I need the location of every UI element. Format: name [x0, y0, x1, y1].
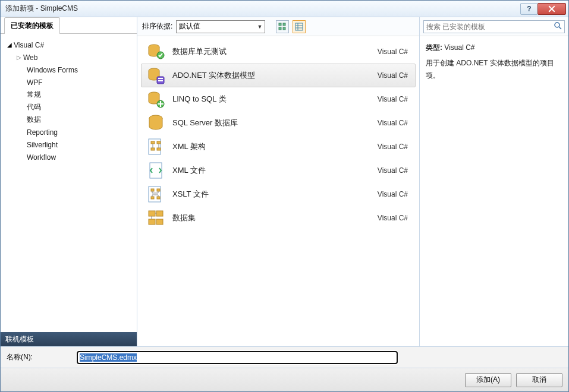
svg-rect-20 [151, 148, 155, 150]
sidebar-tab-header: 已安装的模板 [1, 17, 137, 34]
info-type-label: 类型: [426, 43, 442, 52]
details-icon [295, 23, 303, 31]
svg-rect-27 [157, 189, 160, 191]
template-list-pane: 排序依据: 默认值 ▼ [137, 17, 420, 346]
svg-rect-30 [149, 211, 155, 216]
name-input[interactable] [77, 351, 398, 364]
list-item-lang: Visual C# [378, 71, 410, 80]
name-label: 名称(N): [7, 352, 72, 362]
tree-root-visual-csharp[interactable]: ◢ Visual C# [3, 39, 134, 51]
tree-item-web[interactable]: ▷ Web [3, 51, 134, 64]
svg-rect-0 [279, 23, 281, 26]
close-button[interactable] [537, 3, 566, 15]
list-item-label: 数据库单元测试 [172, 46, 378, 57]
svg-rect-2 [283, 23, 285, 26]
tree-item-silverlight[interactable]: Silverlight [3, 138, 134, 151]
tree-item-data[interactable]: 数据 [3, 113, 134, 126]
svg-point-36 [555, 23, 559, 27]
svg-rect-1 [279, 27, 281, 30]
info-pane: 类型: Visual C# 用于创建 ADO.NET 实体数据模型的项目项。 [420, 17, 568, 346]
sidebar: 已安装的模板 ◢ Visual C# ▷ Web Windows Forms W… [1, 17, 137, 346]
svg-rect-3 [283, 27, 285, 30]
sort-by-combo[interactable]: 默认值 ▼ [176, 20, 265, 33]
add-button[interactable]: 添加(A) [465, 373, 511, 387]
tree-item-workflow[interactable]: Workflow [3, 151, 134, 163]
svg-rect-4 [295, 23, 303, 30]
svg-rect-18 [151, 141, 155, 144]
view-details-button[interactable] [293, 20, 306, 33]
close-icon [548, 5, 555, 12]
info-type-row: 类型: Visual C# [426, 42, 562, 53]
list-item[interactable]: ADO.NET 实体数据模型 Visual C# [141, 64, 416, 87]
xml-file-icon [146, 161, 165, 180]
list-item[interactable]: LINQ to SQL 类 Visual C# [141, 87, 416, 111]
svg-rect-12 [158, 78, 163, 79]
dataset-icon [146, 208, 165, 227]
tree-item-wpf[interactable]: WPF [3, 76, 134, 88]
tree-item-windows-forms[interactable]: Windows Forms [3, 64, 134, 76]
list-item-lang: Visual C# [378, 166, 410, 175]
xml-schema-icon [146, 137, 165, 156]
chevron-right-icon: ▷ [16, 54, 22, 61]
search-icon[interactable] [554, 21, 562, 31]
list-item[interactable]: 数据集 Visual C# [141, 206, 416, 230]
name-row: 名称(N): [1, 346, 568, 368]
search-input[interactable] [426, 23, 554, 31]
list-item-lang: Visual C# [378, 214, 410, 222]
cancel-button[interactable]: 取消 [516, 373, 562, 387]
list-item[interactable]: 数据库单元测试 Visual C# [141, 40, 416, 64]
svg-rect-31 [156, 211, 163, 216]
svg-rect-28 [151, 197, 154, 199]
small-icons-icon [278, 23, 287, 31]
dialog-button-row: 添加(A) 取消 [1, 368, 568, 391]
list-item-label: XML 文件 [172, 165, 378, 176]
svg-rect-13 [158, 80, 163, 81]
sidebar-online-templates[interactable]: 联机模板 [1, 332, 137, 346]
list-item-label: SQL Server 数据库 [172, 118, 378, 128]
ado-model-icon [146, 66, 165, 85]
list-item-label: ADO.NET 实体数据模型 [172, 70, 378, 81]
svg-rect-21 [157, 148, 161, 150]
chevron-down-icon: ▼ [257, 24, 262, 30]
list-item[interactable]: XSLT 文件 Visual C# [141, 182, 416, 206]
sort-by-label: 排序依据: [142, 21, 172, 31]
sql-database-icon [146, 113, 165, 132]
search-input-wrapper[interactable] [423, 20, 565, 33]
svg-rect-33 [156, 219, 163, 225]
list-item-label: XML 架构 [172, 141, 378, 152]
list-toolbar: 排序依据: 默认值 ▼ [137, 17, 419, 36]
tree-item-general[interactable]: 常规 [3, 88, 134, 101]
list-item-label: LINQ to SQL 类 [172, 94, 378, 105]
tree-item-reporting[interactable]: Reporting [3, 126, 134, 138]
help-button[interactable]: ? [520, 3, 538, 15]
list-item-label: XSLT 文件 [172, 189, 378, 200]
svg-rect-19 [157, 141, 161, 144]
list-item-label: 数据集 [172, 213, 378, 223]
svg-rect-24 [150, 163, 162, 178]
svg-rect-29 [157, 197, 160, 199]
help-icon: ? [527, 5, 531, 13]
titlebar[interactable]: 添加新项 - SimpleCMS ? [1, 1, 568, 17]
list-item-lang: Visual C# [378, 119, 410, 127]
tree-item-code[interactable]: 代码 [3, 101, 134, 113]
xslt-file-icon [146, 185, 165, 204]
svg-line-37 [559, 27, 561, 29]
svg-rect-32 [149, 219, 155, 225]
linq-sql-icon [146, 90, 165, 109]
chevron-down-icon: ◢ [7, 42, 12, 48]
list-item[interactable]: SQL Server 数据库 Visual C# [141, 111, 416, 135]
item-list[interactable]: 数据库单元测试 Visual C# ADO.NET 实体数据模型 Visual … [137, 36, 419, 346]
list-item[interactable]: XML 文件 Visual C# [141, 159, 416, 182]
tab-installed-templates[interactable]: 已安装的模板 [4, 17, 60, 34]
sort-by-value: 默认值 [179, 21, 200, 31]
list-item-lang: Visual C# [378, 143, 410, 151]
dialog-window: 添加新项 - SimpleCMS ? 已安装的模板 ◢ Visual C# [0, 0, 569, 392]
info-type-value: Visual C# [444, 43, 474, 52]
database-test-icon [146, 42, 165, 61]
info-description: 用于创建 ADO.NET 实体数据模型的项目项。 [426, 57, 562, 81]
list-item-lang: Visual C# [378, 48, 410, 56]
svg-rect-26 [151, 189, 154, 191]
list-item[interactable]: XML 架构 Visual C# [141, 135, 416, 159]
view-small-icons-button[interactable] [276, 20, 289, 33]
window-title: 添加新项 - SimpleCMS [5, 4, 78, 14]
